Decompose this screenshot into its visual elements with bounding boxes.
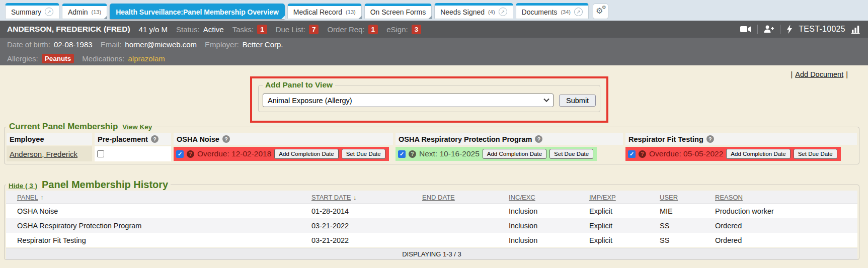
set-due-date-button[interactable]: Set Due Date <box>794 149 837 159</box>
video-camera-icon[interactable] <box>740 26 751 33</box>
status-text: Next: 10-16-2025 <box>419 149 480 158</box>
set-due-date-button[interactable]: Set Due Date <box>549 149 593 159</box>
help-icon[interactable] <box>151 135 159 143</box>
due-list-label: Due List: <box>276 25 305 34</box>
submit-button[interactable]: Submit <box>559 95 596 107</box>
sort-user-link[interactable]: USER <box>660 194 678 201</box>
lightning-icon[interactable] <box>786 25 793 34</box>
history-header-row: PANEL ↑ START DATE ↓ END DATE INC/EXC IM… <box>6 191 857 204</box>
current-panel-table: Employee Pre-placement OSHA Noise OSHA R… <box>7 133 857 161</box>
bar-chart-icon[interactable] <box>851 25 861 34</box>
sort-asc-icon: ↑ <box>40 194 44 201</box>
cell-imp-exp: Explicit <box>584 236 655 244</box>
allergy-badge[interactable]: Peanuts <box>42 54 74 63</box>
column-header-pre-placement: Pre-placement <box>95 133 171 145</box>
due-list-count-badge[interactable]: 7 <box>309 25 319 34</box>
sort-desc-icon: ↓ <box>353 194 357 201</box>
popout-icon[interactable]: ↗ <box>45 8 53 16</box>
header-label: Respirator Fit Testing <box>628 135 703 143</box>
popout-icon[interactable]: ↗ <box>499 8 507 16</box>
tab-admin[interactable]: Admin (13) <box>62 4 107 19</box>
settings-button[interactable]: ⚙ ⚙ <box>593 4 608 19</box>
esign-count-badge[interactable]: 3 <box>412 25 422 34</box>
order-req-count-badge[interactable]: 1 <box>368 25 378 34</box>
add-completion-date-button[interactable]: Add Completion Date <box>483 149 546 159</box>
patient-details-bar: Date of birth: 02-08-1983 Email: horner@… <box>0 38 868 65</box>
tab-medical-record[interactable]: Medical Record (13) <box>287 4 362 19</box>
help-icon[interactable] <box>187 150 194 158</box>
tab-documents[interactable]: Documents (34) ↗ <box>516 3 589 19</box>
pre-placement-cell <box>95 146 171 161</box>
cell-panel: OSHA Noise <box>12 207 306 215</box>
demographics-row: Date of birth: 02-08-1983 Email: horner@… <box>0 38 868 51</box>
patient-toolbar: TEST-10025 <box>740 25 861 34</box>
respirator-fit-cell: Overdue: 05-05-2022 Add Completion Date … <box>625 146 857 161</box>
tab-count: (4) <box>488 9 495 15</box>
sort-start-date-link[interactable]: START DATE <box>311 194 351 201</box>
divider <box>780 25 780 34</box>
sort-reason-link[interactable]: REASON <box>715 194 743 201</box>
tab-label: Needs Signed <box>440 8 485 16</box>
help-icon[interactable] <box>409 150 416 158</box>
add-panel-fieldset: Add Panel to View Animal Exposure (Aller… <box>258 80 600 112</box>
help-icon[interactable] <box>706 135 714 143</box>
dob-field: Date of birth: 02-08-1983 <box>7 40 93 49</box>
help-icon[interactable] <box>222 135 230 143</box>
add-completion-date-button[interactable]: Add Completion Date <box>726 149 790 159</box>
tab-needs-signed[interactable]: Needs Signed (4) ↗ <box>434 3 513 19</box>
tab-summary[interactable]: Summary ↗ <box>5 3 59 19</box>
help-icon[interactable] <box>535 135 542 143</box>
pipe: | <box>846 70 848 78</box>
pre-placement-checkbox[interactable] <box>97 150 104 157</box>
chevron-down-icon <box>543 96 549 102</box>
sort-end-date-link[interactable]: END DATE <box>422 194 455 201</box>
add-document-link[interactable]: Add Document <box>795 70 843 78</box>
checked-checkbox[interactable] <box>398 150 406 158</box>
current-panel-legend: Current Panel Membership View Key <box>7 122 154 132</box>
order-req-label: Order Req: <box>327 25 364 34</box>
hide-link[interactable]: Hide ( 3 ) <box>9 182 37 190</box>
checked-checkbox[interactable] <box>628 150 636 158</box>
tab-on-screen-forms[interactable]: On Screen Forms <box>364 4 432 19</box>
header-label: END DATE <box>422 194 455 201</box>
employer-label: Employer: <box>205 40 239 49</box>
employee-link[interactable]: Anderson, Frederick <box>10 150 77 158</box>
dob-value: 02-08-1983 <box>54 40 93 49</box>
patient-name: ANDERSON, FREDERICK (FRED) <box>7 25 130 34</box>
column-header-osha-noise: OSHA Noise <box>174 133 393 145</box>
view-key-link[interactable]: View Key <box>122 123 152 131</box>
patient-age-sex: 41 y/o M <box>139 25 168 34</box>
checked-checkbox[interactable] <box>176 150 184 158</box>
tab-label: Admin <box>68 8 88 16</box>
sort-imp-exp-link[interactable]: IMP/EXP <box>589 194 616 201</box>
popout-icon[interactable]: ↗ <box>574 8 583 16</box>
medication-value[interactable]: alprazolam <box>128 54 165 63</box>
help-icon[interactable] <box>639 150 646 158</box>
header-label: Pre-placement <box>98 135 148 143</box>
add-user-icon[interactable] <box>764 25 774 33</box>
sort-inc-exc-link[interactable]: INC/EXC <box>509 194 535 201</box>
set-due-date-button[interactable]: Set Due Date <box>342 149 385 159</box>
tab-health-surveillance[interactable]: Health Surveillance:Panel Membership Ove… <box>110 4 285 19</box>
panel-select[interactable]: Animal Exposure (Allergy) <box>263 94 554 107</box>
medications-label: Medications: <box>82 54 124 63</box>
cell-user: SS <box>655 222 710 230</box>
column-header-respirator-fit: Respirator Fit Testing <box>625 133 857 145</box>
header-label: Employee <box>10 135 44 143</box>
add-completion-date-button[interactable]: Add Completion Date <box>274 149 338 159</box>
medications-field: Medications: alprazolam <box>82 54 165 63</box>
order-req-field: Order Req: 1 <box>327 25 378 34</box>
tasks-count-badge[interactable]: 1 <box>257 25 267 34</box>
esign-label: eSign: <box>386 25 408 34</box>
sort-panel-link[interactable]: PANEL <box>17 194 38 201</box>
status-field: Status: Active <box>176 25 224 34</box>
add-document: | Add Document | <box>791 70 848 78</box>
email-label: Email: <box>101 40 122 49</box>
status-label: Status: <box>176 25 200 34</box>
cell-start-date: 03-21-2022 <box>306 236 417 244</box>
cell-user: SS <box>655 236 710 244</box>
osha-respiratory-cell: Next: 10-16-2025 Add Completion Date Set… <box>396 146 623 161</box>
header-label: PANEL <box>17 194 38 201</box>
table-row: OSHA Noise 01-28-2014 Inclusion Explicit… <box>6 204 857 218</box>
history-fieldset: Hide ( 3 ) Panel Membership History PANE… <box>4 179 859 260</box>
